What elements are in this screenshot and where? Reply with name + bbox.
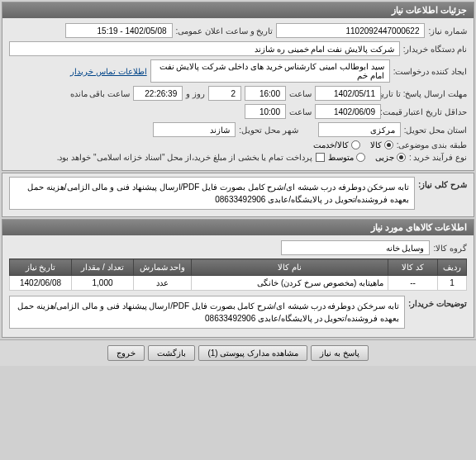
validity-label: حداقل تاریخ اعتبار قیمت: تا تاریخ:: [384, 107, 467, 116]
cell-name: ماهیتابه (مخصوص سرخ کردن) خانگی: [192, 276, 388, 291]
cell-qty: 1,000: [72, 276, 134, 291]
radio-goods-service[interactable]: [351, 140, 360, 149]
exit-button[interactable]: خروج: [107, 345, 145, 361]
col-date: تاریخ نیاز: [10, 259, 72, 276]
cell-row: 1: [438, 276, 467, 291]
public-date-label: تاریخ و ساعت اعلان عمومی:: [176, 26, 274, 36]
buyer-label: نام دستگاه خریدار:: [403, 45, 467, 54]
back-button[interactable]: بازگشت: [148, 345, 195, 361]
radio-partial-label: جزیی: [375, 153, 394, 162]
remaining-time: 22:26:39: [133, 86, 183, 101]
attachments-button[interactable]: مشاهده مدارک پیوستی (1): [198, 345, 307, 361]
col-name: نام کالا: [192, 259, 388, 276]
col-unit: واحد شمارش: [134, 259, 192, 276]
buyer-note-label: توضیحات خریدار:: [408, 296, 467, 308]
buyer-value: شرکت پالایش نفت امام خمینی ره شازند: [9, 41, 400, 56]
footer-buttons: پاسخ به نیاز مشاهده مدارک پیوستی (1) باز…: [0, 339, 476, 366]
validity-date: 1402/06/09: [315, 104, 381, 119]
buyer-note: تابه سرخکن دوطرفه درب شیشه ای/شرح کامل ب…: [9, 296, 405, 329]
respond-button[interactable]: پاسخ به نیاز: [311, 345, 369, 361]
remaining-label: ساعت باقی مانده: [70, 89, 131, 98]
province-label: استان محل تحویل:: [404, 126, 467, 135]
treasury-checkbox[interactable]: [316, 153, 325, 162]
desc-panel: شرح کلی نیاز: تابه سرخکن دوطرفه درب شیشه…: [2, 173, 474, 217]
cell-unit: عدد: [134, 276, 192, 291]
radio-partial[interactable]: [397, 153, 406, 162]
buy-type-label: نوع فرآیند خرید :: [409, 153, 467, 162]
province-value: مرکزی: [318, 122, 401, 137]
deadline-date: 1402/05/11: [315, 86, 381, 101]
hour-label-1: ساعت: [289, 89, 312, 98]
need-no-label: شماره نیاز:: [428, 26, 467, 36]
items-header[interactable]: اطلاعات کالاهای مورد نیاز: [2, 220, 474, 235]
creator-value: سید ابوطالب امینی کارشناس خرید های داخلی…: [150, 59, 390, 83]
days-label: روز و: [186, 89, 205, 98]
pack-radio-group: کالا کالا/خدمت: [313, 140, 393, 149]
radio-medium[interactable]: [356, 153, 365, 162]
public-date-value: 1402/05/08 - 15:19: [65, 23, 173, 38]
creator-label: ایجاد کننده درخواست:: [393, 67, 467, 76]
radio-medium-label: متوسط: [328, 153, 354, 162]
table-row[interactable]: 1 -- ماهیتابه (مخصوص سرخ کردن) خانگی عدد…: [10, 276, 467, 291]
col-qty: تعداد / مقدار: [72, 259, 134, 276]
deadline-time: 16:00: [245, 86, 286, 101]
col-code: کد کالا: [388, 259, 438, 276]
contact-link[interactable]: اطلاعات تماس خریدار: [70, 67, 147, 76]
group-label: گروه کالا:: [433, 244, 467, 253]
col-row: ردیف: [438, 259, 467, 276]
deadline-send-label: مهلت ارسال پاسخ: تا تاریخ:: [384, 89, 467, 98]
group-value: وسایل خانه: [281, 240, 430, 255]
items-table: ردیف کد کالا نام کالا واحد شمارش تعداد /…: [9, 258, 467, 291]
radio-goods[interactable]: [384, 140, 393, 149]
pack-label: طبقه بندی موضوعی:: [397, 140, 467, 149]
radio-goods-label: کالا: [370, 140, 382, 149]
city-value: شازند: [153, 122, 236, 137]
need-details-panel: جزئیات اطلاعات نیاز شماره نیاز: 11020924…: [2, 2, 474, 171]
radio-goods-service-label: کالا/خدمت: [313, 140, 349, 149]
payment-note: پرداخت تمام یا بخشی از مبلغ خرید،از محل …: [57, 153, 312, 162]
cell-date: 1402/06/08: [10, 276, 72, 291]
days-value: 2: [208, 86, 241, 101]
cell-code: --: [388, 276, 438, 291]
desc-header: شرح کلی نیاز:: [418, 177, 467, 189]
panel-header[interactable]: جزئیات اطلاعات نیاز: [2, 2, 474, 18]
hour-label-2: ساعت: [289, 107, 312, 116]
validity-time: 10:00: [245, 104, 286, 119]
need-no-value: 1102092447000622: [276, 23, 425, 38]
city-label: شهر محل تحویل:: [239, 126, 298, 135]
desc-text: تابه سرخکن دوطرفه درب شیشه ای/شرح کامل ب…: [9, 177, 415, 210]
items-panel: اطلاعات کالاهای مورد نیاز گروه کالا: وسا…: [2, 219, 474, 338]
buy-type-group: جزیی متوسط: [328, 153, 406, 162]
